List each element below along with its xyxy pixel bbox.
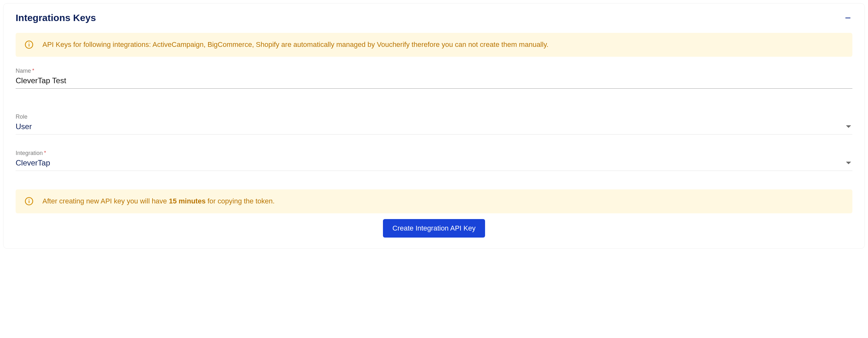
chevron-down-icon xyxy=(846,162,851,164)
name-label: Name * xyxy=(16,68,852,74)
minus-icon xyxy=(844,14,852,22)
integration-field-group: Integration * CleverTap xyxy=(16,150,852,171)
info-alert-token-text: After creating new API key you will have… xyxy=(42,196,275,206)
integration-select[interactable]: CleverTap xyxy=(16,157,852,171)
role-label: Role xyxy=(16,113,852,120)
required-indicator: * xyxy=(44,150,46,156)
create-integration-api-key-button[interactable]: Create Integration API Key xyxy=(383,219,485,238)
info-alert-token: After creating new API key you will have… xyxy=(16,190,852,213)
chevron-down-icon xyxy=(846,125,851,128)
info-icon xyxy=(25,40,33,49)
name-field-group: Name * xyxy=(16,68,852,89)
required-indicator: * xyxy=(32,68,34,74)
role-value: User xyxy=(16,122,32,131)
collapse-button[interactable] xyxy=(843,13,852,22)
integration-value: CleverTap xyxy=(16,159,50,167)
info-alert-text: API Keys for following integrations: Act… xyxy=(42,40,549,50)
svg-point-6 xyxy=(29,199,29,200)
svg-rect-0 xyxy=(845,18,850,19)
svg-point-3 xyxy=(29,42,29,43)
button-row: Create Integration API Key xyxy=(16,219,852,238)
integrations-keys-card: Integrations Keys API Keys for following… xyxy=(3,3,865,249)
name-input[interactable] xyxy=(16,75,852,89)
card-title: Integrations Keys xyxy=(16,12,96,23)
role-field-group: Role User xyxy=(16,113,852,135)
integration-label: Integration * xyxy=(16,150,852,157)
card-header: Integrations Keys xyxy=(16,12,852,23)
info-alert-managed: API Keys for following integrations: Act… xyxy=(16,33,852,57)
role-select[interactable]: User xyxy=(16,121,852,135)
info-icon xyxy=(25,197,33,206)
